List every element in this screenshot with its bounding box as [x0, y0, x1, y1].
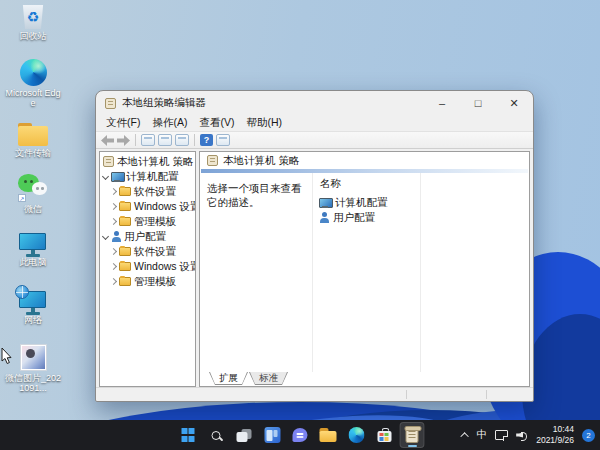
tree-item-user-configuration[interactable]: 用户配置	[100, 229, 195, 244]
policy-root-icon	[103, 156, 114, 167]
close-button[interactable]: ✕	[499, 93, 529, 113]
tree-item-windows-settings[interactable]: Windows 设置	[100, 199, 195, 214]
desktop-icon-label: 微信	[4, 204, 62, 214]
user-config-icon	[319, 212, 329, 223]
maximize-button[interactable]: □	[463, 93, 493, 113]
wechat-icon: ↗	[4, 174, 62, 202]
desktop-icon-wechat-image[interactable]: 微信图片_2021091...	[4, 344, 62, 394]
desktop-icon-label: Microsoft Edge	[4, 88, 62, 109]
gpedit-window-icon	[105, 98, 116, 109]
forward-icon[interactable]	[117, 135, 130, 146]
menu-action[interactable]: 操作(A)	[146, 115, 193, 131]
tree-item-software-settings-user[interactable]: 软件设置	[100, 244, 195, 259]
menu-file[interactable]: 文件(F)	[100, 115, 146, 131]
folder-icon	[119, 262, 131, 271]
desktop-icon-edge[interactable]: Microsoft Edge	[4, 59, 62, 109]
list-item-user-configuration[interactable]: 用户配置	[313, 210, 529, 225]
system-tray: 中 10:44 2021/9/26 2	[463, 420, 595, 450]
chevron-right-icon[interactable]	[110, 188, 117, 195]
tray-overflow-icon[interactable]	[460, 432, 468, 440]
status-separator	[486, 390, 487, 399]
file-explorer-button[interactable]	[316, 422, 341, 448]
main-area: 本地计算机 策略 计算机配置 软件设置 Windows 设置	[96, 149, 533, 387]
window-title: 本地组策略编辑器	[122, 96, 206, 110]
chevron-right-icon[interactable]	[110, 218, 117, 225]
ime-indicator[interactable]: 中	[477, 428, 488, 442]
back-icon[interactable]	[101, 135, 114, 146]
folder-icon	[119, 187, 131, 196]
desktop-icon-network[interactable]: 网络	[4, 291, 62, 325]
store-button[interactable]	[372, 422, 397, 448]
menu-help[interactable]: 帮助(H)	[240, 115, 288, 131]
chevron-down-icon[interactable]	[102, 173, 109, 180]
user-config-icon	[111, 231, 121, 242]
item-list: 名称 计算机配置 用户配置	[312, 173, 529, 372]
tree-item-label: Windows 设置	[134, 200, 196, 214]
export-list-icon[interactable]	[175, 134, 189, 146]
tree-item-root[interactable]: 本地计算机 策略	[100, 154, 195, 169]
tree-item-label: 管理模板	[134, 215, 176, 229]
toolbar-separator	[194, 134, 195, 146]
tree-item-label: 计算机配置	[126, 170, 179, 184]
menu-view[interactable]: 查看(V)	[193, 115, 240, 131]
console-tree: 本地计算机 策略 计算机配置 软件设置 Windows 设置	[99, 151, 196, 387]
edge-icon	[4, 59, 62, 86]
network-status-icon[interactable]	[495, 430, 508, 441]
tray-time: 10:44	[536, 424, 574, 435]
recycle-bin-icon: ♻	[4, 5, 62, 29]
this-pc-icon	[19, 233, 47, 257]
view-tabs: 扩展 标准	[200, 372, 529, 386]
desktop-icon-recycle-bin[interactable]: ♻ 回收站	[4, 5, 62, 41]
task-view-icon	[237, 429, 252, 442]
tab-extended[interactable]: 扩展	[210, 372, 247, 384]
edge-button[interactable]	[344, 422, 369, 448]
folder-icon	[4, 123, 62, 146]
gpedit-taskbar-button[interactable]	[400, 422, 425, 448]
menu-bar: 文件(F) 操作(A) 查看(V) 帮助(H)	[96, 115, 533, 131]
widgets-button[interactable]	[260, 422, 285, 448]
folder-icon	[119, 202, 131, 211]
file-explorer-icon	[320, 428, 337, 442]
title-bar[interactable]: 本地组策略编辑器 – □ ✕	[96, 91, 533, 115]
tree-item-software-settings[interactable]: 软件设置	[100, 184, 195, 199]
volume-icon[interactable]	[516, 430, 528, 440]
console-window-icon[interactable]	[216, 134, 230, 146]
toolbar-separator	[135, 134, 136, 146]
minimize-button[interactable]: –	[427, 93, 457, 113]
details-header-label: 本地计算机 策略	[223, 154, 299, 168]
show-console-tree-icon[interactable]	[141, 134, 155, 146]
chevron-right-icon[interactable]	[110, 248, 117, 255]
chevron-right-icon[interactable]	[110, 278, 117, 285]
list-item-label: 计算机配置	[335, 196, 388, 210]
clock[interactable]: 10:44 2021/9/26	[536, 424, 574, 445]
tab-standard[interactable]: 标准	[250, 372, 287, 384]
computer-config-icon	[111, 172, 123, 182]
status-separator	[406, 390, 407, 399]
toolbar: ?	[96, 131, 533, 149]
status-bar	[96, 387, 533, 401]
tree-item-admin-templates-user[interactable]: 管理模板	[100, 274, 195, 289]
chevron-down-icon[interactable]	[102, 233, 109, 240]
search-button[interactable]	[204, 422, 229, 448]
desktop-icon-label: 网络	[4, 315, 62, 325]
list-item-computer-configuration[interactable]: 计算机配置	[313, 195, 529, 210]
desktop-icon-this-pc[interactable]: 此电脑	[4, 233, 62, 267]
tree-item-label: Windows 设置	[134, 260, 196, 274]
start-button[interactable]	[176, 422, 201, 448]
column-header-name[interactable]: 名称	[313, 176, 529, 195]
notification-badge[interactable]: 2	[582, 429, 595, 442]
help-icon[interactable]: ?	[200, 134, 213, 146]
chevron-right-icon[interactable]	[110, 203, 117, 210]
task-view-button[interactable]	[232, 422, 257, 448]
tree-item-admin-templates[interactable]: 管理模板	[100, 214, 195, 229]
tree-item-windows-settings-user[interactable]: Windows 设置	[100, 259, 195, 274]
search-icon	[212, 431, 221, 440]
chevron-right-icon[interactable]	[110, 263, 117, 270]
desktop-icon-wechat[interactable]: ↗ 微信	[4, 174, 62, 214]
properties-icon[interactable]	[158, 134, 172, 146]
desktop-icon-label: 回收站	[4, 31, 62, 41]
tree-item-label: 用户配置	[124, 230, 166, 244]
tree-item-computer-configuration[interactable]: 计算机配置	[100, 169, 195, 184]
desktop-icon-folder[interactable]: 文件传输	[4, 123, 62, 158]
chat-button[interactable]	[288, 422, 313, 448]
